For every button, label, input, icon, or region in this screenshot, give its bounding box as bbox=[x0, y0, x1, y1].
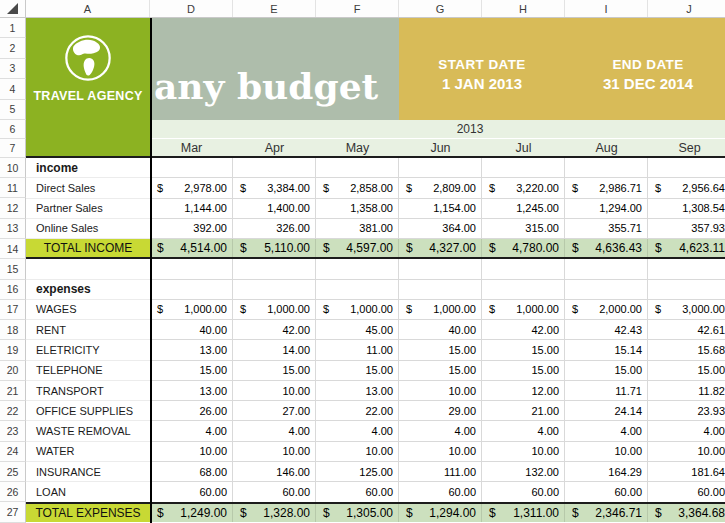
row-header-26[interactable]: 26 bbox=[0, 482, 26, 502]
logo-cell[interactable]: TRAVEL AGENCY bbox=[26, 18, 150, 158]
value-cell[interactable]: 381.00 bbox=[316, 219, 399, 239]
value-cell[interactable]: 27.00 bbox=[233, 401, 316, 421]
value-cell[interactable]: 10.00 bbox=[233, 442, 316, 462]
column-header-D[interactable]: D bbox=[150, 0, 233, 17]
value-cell[interactable]: $4,780.00 bbox=[482, 239, 565, 257]
row-header-12[interactable]: 12 bbox=[0, 198, 26, 218]
row-label-cell[interactable]: WAGES bbox=[26, 300, 150, 320]
value-cell[interactable]: 10.00 bbox=[482, 442, 565, 462]
value-cell[interactable]: 4.00 bbox=[565, 421, 648, 441]
title-banner-cell[interactable]: any budget bbox=[150, 18, 399, 120]
value-cell[interactable]: 60.00 bbox=[648, 482, 725, 502]
value-cell[interactable]: 60.00 bbox=[233, 482, 316, 502]
value-cell[interactable]: $2,000.00 bbox=[565, 300, 648, 320]
value-cell[interactable]: 42.43 bbox=[565, 320, 648, 340]
row-label-cell[interactable]: Direct Sales bbox=[26, 178, 150, 198]
row-label-cell[interactable]: LOAN bbox=[26, 482, 150, 502]
value-cell[interactable]: 15.00 bbox=[233, 361, 316, 381]
value-cell[interactable]: $3,000.00 bbox=[648, 300, 725, 320]
column-header-J[interactable]: J bbox=[648, 0, 725, 17]
month-header-Apr[interactable]: Apr bbox=[233, 139, 316, 156]
value-cell[interactable]: $1,328.00 bbox=[233, 504, 316, 522]
value-cell[interactable] bbox=[399, 259, 482, 279]
value-cell[interactable]: 13.00 bbox=[150, 381, 233, 401]
value-cell[interactable]: 60.00 bbox=[316, 482, 399, 502]
value-cell[interactable]: 15.00 bbox=[648, 361, 725, 381]
row-label-cell[interactable]: WATER bbox=[26, 442, 150, 462]
value-cell[interactable]: 23.93 bbox=[648, 401, 725, 421]
row-header-16[interactable]: 16 bbox=[0, 280, 26, 300]
row-header-23[interactable]: 23 bbox=[0, 421, 26, 441]
row-label-cell[interactable]: ELETRICITY bbox=[26, 340, 150, 360]
value-cell[interactable] bbox=[648, 158, 725, 178]
row-label-cell[interactable]: expenses bbox=[26, 280, 150, 300]
value-cell[interactable]: $4,514.00 bbox=[150, 239, 233, 257]
value-cell[interactable] bbox=[482, 158, 565, 178]
value-cell[interactable]: 14.00 bbox=[233, 340, 316, 360]
value-cell[interactable]: $3,384.00 bbox=[233, 178, 316, 198]
value-cell[interactable]: 10.00 bbox=[399, 381, 482, 401]
value-cell[interactable] bbox=[565, 259, 648, 279]
column-header-A[interactable]: A bbox=[26, 0, 150, 17]
row-label-cell[interactable] bbox=[26, 259, 150, 279]
row-label-cell[interactable]: Partner Sales bbox=[26, 199, 150, 219]
row-header-4[interactable]: 4 bbox=[0, 79, 26, 99]
row-label-cell[interactable]: income bbox=[26, 158, 150, 178]
month-header-Sep[interactable]: Sep bbox=[648, 139, 725, 156]
value-cell[interactable]: 164.29 bbox=[565, 462, 648, 482]
month-header-Jul[interactable]: Jul bbox=[482, 139, 565, 156]
value-cell[interactable]: 11.82 bbox=[648, 381, 725, 401]
row-header-27[interactable]: 27 bbox=[0, 502, 26, 522]
value-cell[interactable]: $2,956.64 bbox=[648, 178, 725, 198]
row-header-22[interactable]: 22 bbox=[0, 401, 26, 421]
row-label-cell[interactable]: TOTAL EXPENSES bbox=[26, 504, 150, 522]
value-cell[interactable] bbox=[233, 280, 316, 300]
value-cell[interactable] bbox=[648, 259, 725, 279]
value-cell[interactable]: $1,000.00 bbox=[150, 300, 233, 320]
value-cell[interactable]: 68.00 bbox=[150, 462, 233, 482]
value-cell[interactable]: 13.00 bbox=[150, 340, 233, 360]
value-cell[interactable]: $3,364.68 bbox=[648, 504, 725, 522]
value-cell[interactable]: 1,144.00 bbox=[150, 199, 233, 219]
row-header-14[interactable]: 14 bbox=[0, 239, 26, 259]
value-cell[interactable] bbox=[233, 259, 316, 279]
value-cell[interactable]: 15.68 bbox=[648, 340, 725, 360]
column-header-E[interactable]: E bbox=[233, 0, 316, 17]
value-cell[interactable]: 181.64 bbox=[648, 462, 725, 482]
row-label-cell[interactable]: INSURANCE bbox=[26, 462, 150, 482]
row-header-19[interactable]: 19 bbox=[0, 340, 26, 360]
select-all-button[interactable] bbox=[0, 0, 26, 17]
value-cell[interactable]: 29.00 bbox=[399, 401, 482, 421]
value-cell[interactable] bbox=[399, 158, 482, 178]
value-cell[interactable] bbox=[233, 158, 316, 178]
row-header-10[interactable]: 10 bbox=[0, 158, 26, 178]
value-cell[interactable]: 11.71 bbox=[565, 381, 648, 401]
value-cell[interactable]: 1,154.00 bbox=[399, 199, 482, 219]
value-cell[interactable]: 12.00 bbox=[482, 381, 565, 401]
row-label-cell[interactable]: RENT bbox=[26, 320, 150, 340]
value-cell[interactable]: $2,858.00 bbox=[316, 178, 399, 198]
value-cell[interactable]: 45.00 bbox=[316, 320, 399, 340]
value-cell[interactable]: 1,400.00 bbox=[233, 199, 316, 219]
value-cell[interactable]: $1,000.00 bbox=[233, 300, 316, 320]
value-cell[interactable]: $2,809.00 bbox=[399, 178, 482, 198]
column-header-F[interactable]: F bbox=[316, 0, 399, 17]
value-cell[interactable] bbox=[316, 259, 399, 279]
month-header-May[interactable]: May bbox=[316, 139, 399, 156]
value-cell[interactable] bbox=[150, 280, 233, 300]
value-cell[interactable]: 4.00 bbox=[482, 421, 565, 441]
value-cell[interactable] bbox=[482, 280, 565, 300]
value-cell[interactable]: 11.00 bbox=[316, 340, 399, 360]
year-band-cell[interactable]: 2013 bbox=[150, 120, 725, 139]
value-cell[interactable]: $2,986.71 bbox=[565, 178, 648, 198]
value-cell[interactable]: 10.00 bbox=[150, 442, 233, 462]
row-header-24[interactable]: 24 bbox=[0, 442, 26, 462]
value-cell[interactable]: 15.00 bbox=[565, 361, 648, 381]
row-header-1[interactable]: 1 bbox=[0, 18, 26, 38]
value-cell[interactable]: 132.00 bbox=[482, 462, 565, 482]
value-cell[interactable] bbox=[565, 280, 648, 300]
value-cell[interactable]: 10.00 bbox=[565, 442, 648, 462]
value-cell[interactable]: 10.00 bbox=[399, 442, 482, 462]
value-cell[interactable]: $4,623.11 bbox=[648, 239, 725, 257]
value-cell[interactable]: 60.00 bbox=[565, 482, 648, 502]
